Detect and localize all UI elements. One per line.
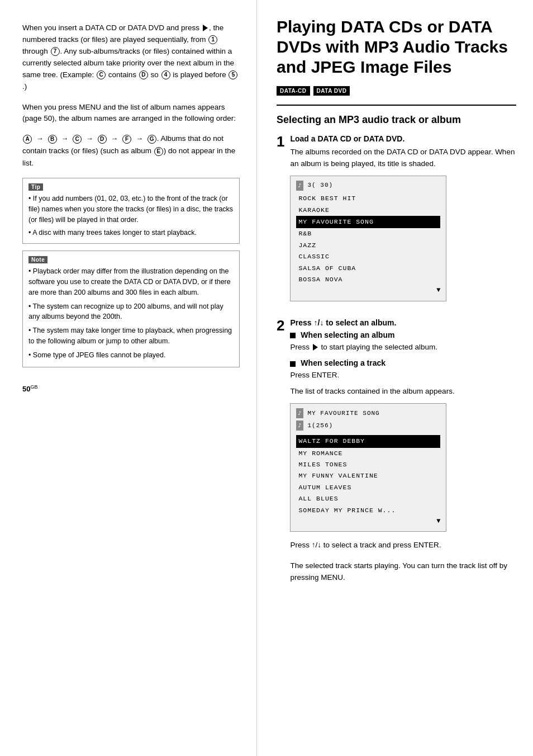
sub-step-album: When selecting an album Press to start p… xyxy=(290,330,516,353)
circle-c2: C xyxy=(73,135,82,144)
note-item-3: • The system may take longer time to pla… xyxy=(28,325,234,347)
lcd1-icon: ♪ xyxy=(296,181,303,191)
circle-b: B xyxy=(48,135,57,144)
lcd2-top-row2: ♪ 1(256) xyxy=(296,420,440,431)
lcd2-icon1: ♪ xyxy=(296,408,303,418)
lcd2-row-2: MILES TONES xyxy=(296,459,440,470)
circle-5: 5 xyxy=(229,70,237,79)
lcd2-row-3: MY FUNNY VALENTINE xyxy=(296,470,440,481)
lcd1-row-5: CLASSIC xyxy=(296,251,440,262)
circle-d2: D xyxy=(98,135,107,144)
data-cd-badge: DATA-CD xyxy=(277,86,310,96)
note-item-2: • The system can recognize up to 200 alb… xyxy=(28,301,234,323)
circle-g: G xyxy=(147,135,156,144)
circle-c: C xyxy=(97,70,106,79)
tip-content: • If you add numbers (01, 02, 03, etc.) … xyxy=(28,193,234,238)
right-column: Playing DATA CDs or DATA DVDs with MP3 A… xyxy=(257,0,533,756)
step2-end1: Press ↑/↓ to select a track and press EN… xyxy=(290,540,516,551)
lcd1-top-row: ♪ 3( 30) xyxy=(296,181,440,191)
step-1-content: Load a DATA CD or DATA DVD. The albums r… xyxy=(290,134,516,309)
step-2-number: 2 xyxy=(277,318,284,333)
lcd2-top-row1: ♪ MY FAVOURITE SONG xyxy=(296,408,440,418)
step-1-desc: The albums recorded on the DATA CD or DA… xyxy=(290,147,516,170)
lcd2-icon2: ♪ xyxy=(296,420,303,431)
arrow-icon5: → xyxy=(136,133,143,145)
circle-7: 7 xyxy=(51,47,60,56)
tip-item-2: • A disc with many trees takes longer to… xyxy=(28,228,234,238)
lcd1-row-3: R&B xyxy=(296,228,440,239)
play-icon xyxy=(203,25,208,31)
lcd1-row-6: SALSA OF CUBA xyxy=(296,263,440,274)
arrow-icon2: → xyxy=(61,133,68,145)
circle-4: 4 xyxy=(161,70,170,79)
lcd1-row-0: ROCK BEST HIT xyxy=(296,193,440,204)
note-item-1: • Playback order may differ from the ill… xyxy=(28,266,234,297)
divider xyxy=(277,105,516,106)
black-square-icon2 xyxy=(290,361,296,367)
circle-1: 1 xyxy=(208,35,217,44)
sub-step-track: When selecting a track Press ENTER. The … xyxy=(290,358,516,398)
tip-item-1: • If you add numbers (01, 02, 03, etc.) … xyxy=(28,193,234,225)
lcd-display-1: ♪ 3( 30) ROCK BEST HIT KARAOKE MY FAVOUR… xyxy=(290,176,446,301)
lcd2-row-5: ALL BLUES xyxy=(296,493,440,504)
sub-step-album-title: When selecting an album xyxy=(290,330,516,339)
step-1-number: 1 xyxy=(277,134,284,149)
lcd1-row-4: JAZZ xyxy=(296,240,440,251)
step-1: 1 Load a DATA CD or DATA DVD. The albums… xyxy=(277,134,516,309)
tip-label: Tip xyxy=(28,183,43,191)
lcd2-row-1: MY ROMANCE xyxy=(296,448,440,459)
step-2: 2 Press ↑/↓ to select an album. When sel… xyxy=(277,318,516,584)
circle-e: E xyxy=(154,147,163,156)
album-order-text: A → B → C → D → F → G. Albums that do no… xyxy=(22,133,240,169)
play-arrow-icon2 xyxy=(313,344,318,351)
circle-d: D xyxy=(139,70,148,79)
badge-row: DATA-CD DATA DVD xyxy=(277,86,516,96)
lcd-display-2: ♪ MY FAVOURITE SONG ♪ 1(256) WALTZ FOR D… xyxy=(290,403,446,532)
lcd2-row-4: AUTUM LEAVES xyxy=(296,482,440,493)
sub-step-track-desc1: Press ENTER. xyxy=(290,370,516,381)
arrow-icon4: → xyxy=(111,133,118,145)
lcd2-row-0: WALTZ FOR DEBBY xyxy=(296,435,440,447)
lcd2-track2: 1(256) xyxy=(308,421,334,431)
section-title: Selecting an MP3 audio track or album xyxy=(277,114,516,126)
black-square-icon xyxy=(290,333,296,338)
lcd1-row-2: MY FAVOURITE SONG xyxy=(296,216,440,228)
lcd1-track: 3( 30) xyxy=(308,181,334,191)
step-1-title: Load a DATA CD or DATA DVD. xyxy=(290,134,516,143)
tip-box: Tip • If you add numbers (01, 02, 03, et… xyxy=(22,178,240,244)
sub-step-album-desc: Press to start playing the selected albu… xyxy=(290,342,516,353)
note-label: Note xyxy=(28,256,47,263)
intro2-text: When you press MENU and the list of albu… xyxy=(22,102,240,125)
circle-f: F xyxy=(122,135,131,144)
arrow-icon: → xyxy=(36,133,44,145)
sub-step-track-desc2: The list of tracks contained in the albu… xyxy=(290,386,516,398)
step2-end2: The selected track starts playing. You c… xyxy=(290,560,516,584)
left-column: When you insert a DATA CD or DATA DVD an… xyxy=(0,0,257,756)
data-dvd-badge: DATA DVD xyxy=(313,86,350,96)
arrow-icon3: → xyxy=(86,133,93,145)
lcd2-track1: MY FAVOURITE SONG xyxy=(308,409,380,419)
note-box: Note • Playback order may differ from th… xyxy=(22,251,240,367)
circle-a: A xyxy=(23,135,32,144)
lcd2-row-6: SOMEDAY MY PRINCE W... xyxy=(296,505,440,516)
page-number: 50GB xyxy=(22,384,240,393)
intro-text: When you insert a DATA CD or DATA DVD an… xyxy=(22,22,240,93)
note-content: • Playback order may differ from the ill… xyxy=(28,266,234,360)
lcd2-down-arrow: ▼ xyxy=(296,516,440,527)
lcd1-down-arrow: ▼ xyxy=(296,285,440,296)
page-title: Playing DATA CDs or DATA DVDs with MP3 A… xyxy=(277,17,516,77)
step-2-content: Press ↑/↓ to select an album. When selec… xyxy=(290,318,516,584)
step-2-title: Press ↑/↓ to select an album. xyxy=(290,318,516,327)
page: When you insert a DATA CD or DATA DVD an… xyxy=(0,0,533,756)
lcd1-row-1: KARAOKE xyxy=(296,205,440,216)
sub-step-track-title: When selecting a track xyxy=(290,358,516,367)
lcd1-row-7: BOSSA NOVA xyxy=(296,274,440,285)
note-item-4: • Some type of JPEG files cannot be play… xyxy=(28,350,234,361)
